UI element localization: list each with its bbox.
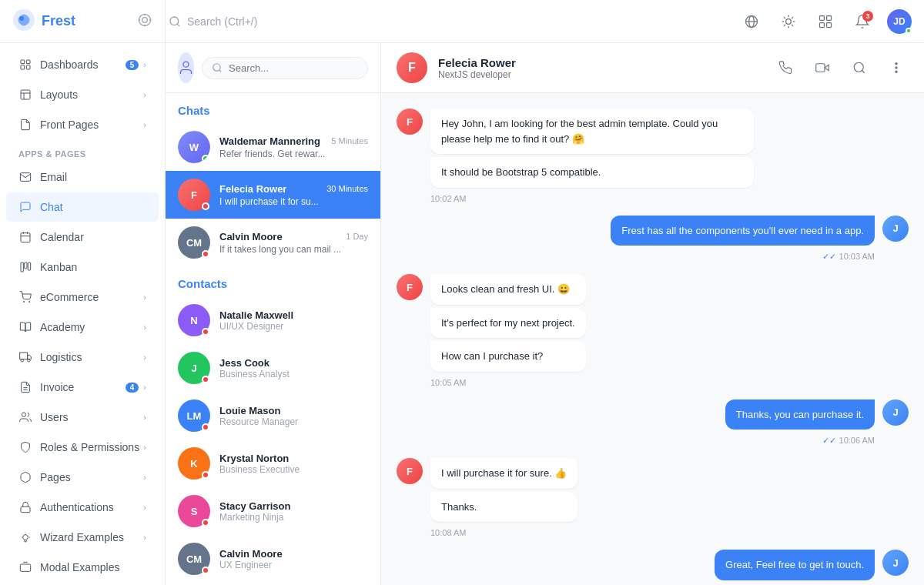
sidebar-item-layouts[interactable]: Layouts ›: [6, 80, 159, 109]
chat-avatar-felecia: F: [178, 179, 210, 211]
wizard-icon: [18, 530, 32, 544]
chat-panel: Chats W Waldemar Mannering 5 Minutes Ref…: [166, 43, 381, 585]
svg-point-56: [854, 62, 863, 72]
contact-item-calvin2[interactable]: CM Calvin Moore UX Engineer: [166, 535, 380, 583]
message-1: F Hey John, I am looking for the best ad…: [397, 109, 909, 203]
chat-info-calvin: Calvin Moore 1 Day If it takes long you …: [219, 231, 368, 255]
arrow-icon: ›: [143, 443, 146, 452]
sidebar-item-invoice[interactable]: Invoice 4 ›: [6, 373, 159, 402]
bubble: I will purchase it for sure. 👍: [430, 458, 578, 489]
pages-icon: [18, 470, 32, 484]
chat-info-waldemar: Waldemar Mannering 5 Minutes Refer frien…: [219, 135, 368, 159]
offline-indicator: [202, 519, 209, 526]
sidebar-label-email: Email: [40, 171, 146, 183]
svg-rect-28: [21, 65, 25, 69]
sidebar-item-authentications[interactable]: Authentications ›: [6, 493, 159, 522]
msg-time: 10:05 AM: [430, 378, 586, 387]
sidebar-item-email[interactable]: Email: [6, 162, 159, 192]
user-avatar[interactable]: JD: [887, 9, 912, 34]
contact-item-louie[interactable]: LM Louie Mason Resource Manager: [166, 392, 380, 440]
invoice-icon: [18, 380, 32, 394]
topbar-search[interactable]: Search (Ctrl+/): [153, 15, 739, 28]
calendar-icon: [18, 230, 32, 244]
contact-info-jess: Jess Cook Business Analyst: [219, 357, 290, 379]
svg-point-45: [28, 359, 30, 362]
phone-icon[interactable]: [773, 55, 798, 80]
contact-role: Business Analyst: [219, 369, 290, 379]
target-icon[interactable]: [137, 12, 152, 31]
chat-info-felecia: Felecia Rower 30 Minutes I will purchase…: [219, 183, 368, 207]
svg-point-58: [896, 63, 897, 65]
contact-info-natalie: Natalie Maxwell UI/UX Designer: [219, 309, 293, 332]
contact-item-krystal[interactable]: K Krystal Norton Business Executive: [166, 440, 380, 487]
notifications-icon[interactable]: 3: [850, 9, 875, 34]
contact-name: Calvin Moore: [219, 548, 283, 560]
search-header-icon[interactable]: [847, 55, 872, 80]
bubble: Great, Feel free to get in touch.: [715, 550, 875, 580]
sidebar-item-wizard-examples[interactable]: Wizard Examples ›: [6, 523, 159, 552]
video-icon[interactable]: [810, 55, 835, 80]
contact-info-calvin2: Calvin Moore UX Engineer: [219, 548, 283, 570]
msg-avatar: F: [397, 274, 423, 300]
chat-panel-body: Chats W Waldemar Mannering 5 Minutes Ref…: [166, 93, 380, 585]
invoice-badge: 4: [126, 383, 139, 393]
offline-indicator: [202, 567, 209, 574]
sidebar-item-modal-examples[interactable]: Modal Examples: [6, 553, 159, 582]
contact-item-natalie[interactable]: N Natalie Maxwell UI/UX Designer: [166, 296, 380, 344]
msg-bubbles: Frest has all the components you'll ever…: [611, 216, 875, 262]
svg-point-44: [21, 359, 23, 362]
contact-item-stacy[interactable]: S Stacy Garrison Marketing Ninja: [166, 487, 380, 535]
svg-point-60: [896, 71, 897, 72]
svg-marker-54: [825, 65, 829, 71]
svg-rect-25: [827, 22, 832, 27]
sidebar-item-roles[interactable]: Roles & Permissions ›: [6, 433, 159, 462]
svg-rect-30: [21, 90, 30, 99]
globe-icon[interactable]: [739, 9, 764, 34]
contact-info-krystal: Krystal Norton Business Executive: [219, 453, 300, 475]
chat-search-box[interactable]: [202, 57, 368, 79]
sidebar-label-calendar: Calendar: [40, 231, 146, 243]
message-6: J Great, Feel free to get in touch. ✓✓ 1…: [397, 550, 909, 585]
sidebar-item-front-pages[interactable]: Front Pages ›: [6, 110, 159, 139]
theme-icon[interactable]: [776, 9, 801, 34]
svg-point-41: [29, 301, 30, 302]
chat-item-calvin[interactable]: CM Calvin Moore 1 Day If it takes long y…: [166, 219, 380, 266]
sidebar-item-academy[interactable]: Academy ›: [6, 313, 159, 342]
sidebar-item-logistics[interactable]: Logistics ›: [6, 343, 159, 372]
sidebar-item-dashboards[interactable]: Dashboards 5 ›: [6, 50, 159, 79]
sidebar-item-calendar[interactable]: Calendar: [6, 222, 159, 252]
chat-item-felecia[interactable]: F Felecia Rower 30 Minutes I will purcha…: [166, 171, 380, 219]
svg-point-1: [19, 16, 24, 21]
chat-item-waldemar[interactable]: W Waldemar Mannering 5 Minutes Refer fri…: [166, 123, 380, 171]
sidebar-label-pages: Pages: [40, 471, 143, 483]
arrow-icon: ›: [143, 292, 146, 302]
kanban-icon: [18, 260, 32, 274]
svg-point-51: [183, 62, 189, 67]
chat-header: F Felecia Rower NextJS developer: [381, 43, 924, 93]
svg-line-21: [792, 17, 793, 18]
svg-rect-42: [20, 353, 28, 359]
roles-icon: [18, 440, 32, 454]
apps-icon[interactable]: [813, 9, 838, 34]
svg-rect-49: [21, 506, 30, 512]
brand-logo: [12, 8, 35, 35]
more-icon[interactable]: [884, 55, 909, 80]
arrow-icon: ›: [143, 60, 146, 69]
contact-avatar-louie: LM: [178, 399, 210, 432]
bubble: It should be Bootstrap 5 compatible.: [430, 157, 754, 188]
sidebar-item-ecommerce[interactable]: eCommerce ›: [6, 282, 159, 312]
auth-icon: [18, 500, 32, 514]
sidebar-item-pages[interactable]: Pages ›: [6, 463, 159, 492]
chat-header-actions: [773, 55, 909, 80]
chat-search-input[interactable]: [229, 62, 358, 74]
contact-item-jess[interactable]: J Jess Cook Business Analyst: [166, 344, 380, 392]
svg-marker-43: [28, 355, 32, 359]
bubble: How can I purchase it?: [430, 341, 586, 372]
sidebar-item-kanban[interactable]: Kanban: [6, 252, 159, 282]
msg-bubbles: Looks clean and fresh UI. 😀 It's perfect…: [430, 274, 586, 387]
sidebar-item-users[interactable]: Users ›: [6, 403, 159, 432]
arrow-icon: ›: [143, 353, 146, 362]
svg-rect-22: [820, 15, 825, 20]
panel-user-avatar: [178, 52, 194, 83]
sidebar-item-chat[interactable]: Chat: [6, 192, 159, 222]
